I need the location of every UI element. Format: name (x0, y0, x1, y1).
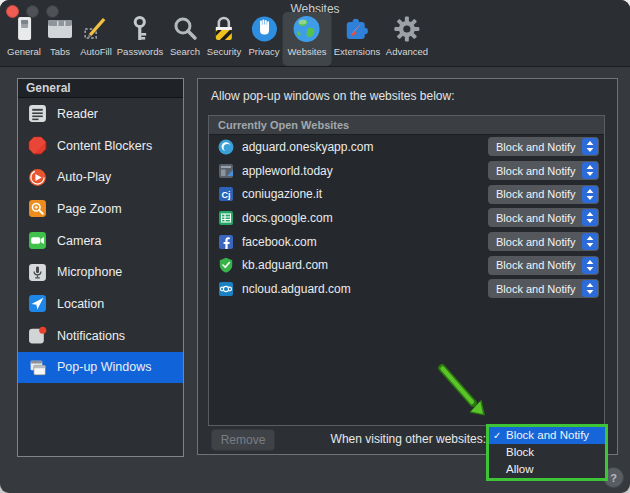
tabs-icon (45, 14, 75, 44)
toolbar-label: Search (170, 46, 200, 57)
updown-chevron-icon (582, 162, 598, 179)
toolbar-item-passwords[interactable]: Passwords (112, 12, 168, 66)
menu-option-label: Allow (506, 463, 533, 475)
passwords-icon (125, 14, 155, 44)
sidebar-item-label: Camera (57, 234, 101, 248)
updown-chevron-icon (582, 257, 598, 274)
toolbar-label: Advanced (386, 46, 428, 57)
toolbar-item-extensions[interactable]: Extensions (329, 12, 385, 66)
toolbar-item-autofill[interactable]: AutoFill (75, 12, 117, 66)
popup-windows-icon (28, 358, 47, 377)
menu-option-block-and-notify[interactable]: ✓ Block and Notify (489, 427, 605, 444)
website-row[interactable]: appleworld.today Block and Notify (209, 159, 604, 183)
sidebar-item-auto-play[interactable]: Auto-Play (18, 161, 183, 193)
main-panel: Allow pop-up windows on the websites bel… (197, 78, 618, 455)
updown-chevron-icon (582, 233, 598, 250)
sidebar-item-camera[interactable]: Camera (18, 225, 183, 257)
other-websites-label: When visiting other websites: (331, 429, 486, 449)
toolbar-label: Tabs (50, 46, 70, 57)
toolbar-item-tabs[interactable]: Tabs (40, 12, 80, 66)
safari-preferences-window: Websites General Tabs (0, 0, 630, 493)
page-zoom-icon (28, 199, 47, 218)
toolbar-label: AutoFill (80, 46, 112, 57)
updown-chevron-icon (582, 186, 598, 203)
menu-option-allow[interactable]: Allow (489, 461, 605, 478)
location-icon (28, 294, 47, 313)
notifications-icon (28, 326, 47, 345)
toolbar-item-search[interactable]: Search (165, 12, 205, 66)
website-row[interactable]: Cj coniugazione.it Block and Notify (209, 182, 604, 206)
website-row[interactable]: docs.google.com Block and Notify (209, 206, 604, 230)
facebook-favicon-icon (218, 234, 234, 250)
intro-text: Allow pop-up windows on the websites bel… (211, 89, 454, 103)
sidebar-item-label: Content Blockers (57, 139, 152, 153)
sidebar-item-microphone[interactable]: Microphone (18, 256, 183, 288)
policy-dropdown[interactable]: Block and Notify (488, 161, 599, 180)
toolbar-label: Websites (288, 46, 327, 57)
appleworld-favicon-icon (218, 163, 234, 179)
domain-label: facebook.com (242, 235, 488, 249)
titlebar: Websites General Tabs (0, 0, 630, 67)
policy-dropdown[interactable]: Block and Notify (488, 279, 599, 298)
advanced-gear-icon (392, 14, 422, 44)
domain-label: adguard.oneskyapp.com (242, 140, 488, 154)
content-blockers-icon (28, 136, 47, 155)
popup-policy-menu: ✓ Block and Notify Block Allow (486, 424, 608, 481)
domain-label: coniugazione.it (242, 187, 488, 201)
sidebar-item-label: Pop-up Windows (57, 360, 152, 374)
menu-option-label: Block (506, 446, 534, 458)
policy-dropdown[interactable]: Block and Notify (488, 256, 599, 275)
websites-list: Currently Open Websites adguard.oneskyap… (208, 115, 605, 426)
toolbar-label: Security (207, 46, 241, 57)
sidebar-item-page-zoom[interactable]: Page Zoom (18, 193, 183, 225)
policy-dropdown[interactable]: Block and Notify (488, 232, 599, 251)
sidebar-item-label: Location (57, 297, 104, 311)
microphone-icon (28, 263, 47, 282)
toolbar-item-websites[interactable]: Websites (283, 12, 332, 66)
website-row[interactable]: ncloud.adguard.com Block and Notify (209, 277, 604, 301)
website-row[interactable]: kb.adguard.com Block and Notify (209, 253, 604, 277)
security-icon (209, 14, 239, 44)
toolbar-item-security[interactable]: Security (202, 12, 246, 66)
google-docs-favicon-icon (218, 210, 234, 226)
domain-label: docs.google.com (242, 211, 488, 225)
sidebar-header: General (18, 79, 183, 98)
domain-label: ncloud.adguard.com (242, 282, 488, 296)
coniugazione-favicon-icon: Cj (218, 186, 234, 202)
sidebar-item-label: Microphone (57, 265, 122, 279)
toolbar-label: General (7, 46, 41, 57)
sidebar-item-reader[interactable]: Reader (18, 98, 183, 130)
sidebar-item-content-blockers[interactable]: Content Blockers (18, 130, 183, 162)
extensions-icon (342, 14, 372, 44)
toolbar-label: Privacy (248, 46, 279, 57)
updown-chevron-icon (582, 280, 598, 297)
privacy-icon (249, 14, 279, 44)
reader-icon (28, 104, 47, 123)
sidebar-item-label: Page Zoom (57, 202, 122, 216)
remove-button[interactable]: Remove (211, 429, 275, 451)
policy-dropdown[interactable]: Block and Notify (488, 185, 599, 204)
website-row[interactable]: facebook.com Block and Notify (209, 230, 604, 254)
toolbar-item-advanced[interactable]: Advanced (381, 12, 433, 66)
sidebar-item-notifications[interactable]: Notifications (18, 320, 183, 352)
toolbar-item-privacy[interactable]: Privacy (243, 12, 284, 66)
website-row[interactable]: adguard.oneskyapp.com Block and Notify (209, 135, 604, 159)
toolbar-label: Passwords (117, 46, 163, 57)
onesky-favicon-icon (218, 139, 234, 155)
menu-option-block[interactable]: Block (489, 444, 605, 461)
updown-chevron-icon (582, 209, 598, 226)
sidebar-item-label: Reader (57, 107, 98, 121)
list-header: Currently Open Websites (209, 116, 604, 135)
checkmark-icon: ✓ (493, 430, 506, 441)
sidebar-item-popup-windows[interactable]: Pop-up Windows (18, 352, 183, 384)
sidebar: General Reader Content Blockers (17, 78, 184, 457)
sidebar-item-location[interactable]: Location (18, 288, 183, 320)
policy-dropdown[interactable]: Block and Notify (488, 208, 599, 227)
domain-label: appleworld.today (242, 164, 488, 178)
svg-text:Cj: Cj (222, 190, 231, 200)
general-icon (9, 14, 39, 44)
sidebar-item-label: Notifications (57, 329, 125, 343)
policy-dropdown[interactable]: Block and Notify (488, 137, 599, 156)
websites-globe-icon (292, 14, 322, 44)
menu-option-label: Block and Notify (506, 429, 589, 441)
